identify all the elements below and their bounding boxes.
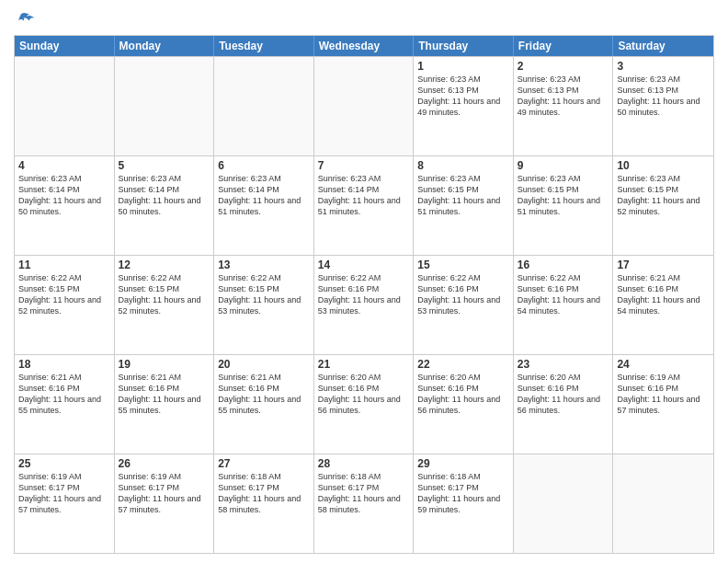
cell-info: Sunrise: 6:23 AMSunset: 6:15 PMDaylight:… bbox=[518, 173, 609, 218]
calendar-cell: 12Sunrise: 6:22 AMSunset: 6:15 PMDayligh… bbox=[115, 256, 215, 354]
day-number: 10 bbox=[617, 159, 710, 172]
calendar: SundayMondayTuesdayWednesdayThursdayFrid… bbox=[14, 35, 714, 554]
day-number: 9 bbox=[518, 159, 609, 172]
calendar-cell: 16Sunrise: 6:22 AMSunset: 6:16 PMDayligh… bbox=[514, 256, 614, 354]
calendar-cell: 26Sunrise: 6:19 AMSunset: 6:17 PMDayligh… bbox=[115, 454, 215, 553]
page: SundayMondayTuesdayWednesdayThursdayFrid… bbox=[0, 0, 728, 563]
logo bbox=[14, 13, 36, 29]
calendar-cell: 6Sunrise: 6:23 AMSunset: 6:14 PMDaylight… bbox=[214, 156, 314, 255]
calendar-cell: 29Sunrise: 6:18 AMSunset: 6:17 PMDayligh… bbox=[414, 454, 514, 553]
calendar-cell: 2Sunrise: 6:23 AMSunset: 6:13 PMDaylight… bbox=[514, 57, 614, 155]
day-number: 18 bbox=[18, 358, 110, 371]
cell-info: Sunrise: 6:21 AMSunset: 6:16 PMDaylight:… bbox=[119, 372, 210, 417]
cell-info: Sunrise: 6:23 AMSunset: 6:14 PMDaylight:… bbox=[318, 173, 410, 218]
calendar-cell: 5Sunrise: 6:23 AMSunset: 6:14 PMDaylight… bbox=[115, 156, 215, 255]
day-header-tuesday: Tuesday bbox=[214, 36, 314, 56]
day-number: 6 bbox=[218, 159, 310, 172]
cell-info: Sunrise: 6:20 AMSunset: 6:16 PMDaylight:… bbox=[318, 372, 410, 417]
day-number: 24 bbox=[617, 358, 710, 371]
cell-info: Sunrise: 6:19 AMSunset: 6:17 PMDaylight:… bbox=[119, 471, 210, 516]
calendar-row: 11Sunrise: 6:22 AMSunset: 6:15 PMDayligh… bbox=[15, 255, 713, 354]
calendar-cell: 9Sunrise: 6:23 AMSunset: 6:15 PMDaylight… bbox=[514, 156, 614, 255]
calendar-cell: 1Sunrise: 6:23 AMSunset: 6:13 PMDaylight… bbox=[414, 57, 514, 155]
cell-info: Sunrise: 6:23 AMSunset: 6:13 PMDaylight:… bbox=[518, 74, 609, 119]
cell-info: Sunrise: 6:22 AMSunset: 6:16 PMDaylight:… bbox=[318, 272, 410, 317]
calendar-cell bbox=[314, 57, 415, 155]
day-number: 27 bbox=[218, 457, 310, 470]
cell-info: Sunrise: 6:21 AMSunset: 6:16 PMDaylight:… bbox=[18, 372, 110, 417]
cell-info: Sunrise: 6:22 AMSunset: 6:15 PMDaylight:… bbox=[18, 272, 110, 317]
day-number: 13 bbox=[218, 259, 310, 271]
calendar-cell bbox=[214, 57, 314, 155]
day-header-wednesday: Wednesday bbox=[314, 36, 415, 56]
day-number: 17 bbox=[617, 259, 710, 271]
calendar-cell: 17Sunrise: 6:21 AMSunset: 6:16 PMDayligh… bbox=[613, 256, 713, 354]
cell-info: Sunrise: 6:18 AMSunset: 6:17 PMDaylight:… bbox=[318, 471, 410, 516]
cell-info: Sunrise: 6:23 AMSunset: 6:15 PMDaylight:… bbox=[617, 173, 710, 218]
day-number: 14 bbox=[318, 259, 410, 271]
calendar-cell: 19Sunrise: 6:21 AMSunset: 6:16 PMDayligh… bbox=[115, 355, 215, 454]
calendar-cell bbox=[514, 454, 614, 553]
calendar-cell: 28Sunrise: 6:18 AMSunset: 6:17 PMDayligh… bbox=[314, 454, 415, 553]
day-number: 23 bbox=[518, 358, 609, 371]
day-header-saturday: Saturday bbox=[613, 36, 713, 56]
calendar-cell bbox=[115, 57, 215, 155]
calendar-cell: 24Sunrise: 6:19 AMSunset: 6:16 PMDayligh… bbox=[613, 355, 713, 454]
cell-info: Sunrise: 6:20 AMSunset: 6:16 PMDaylight:… bbox=[417, 372, 509, 417]
calendar-cell bbox=[613, 454, 713, 553]
cell-info: Sunrise: 6:22 AMSunset: 6:16 PMDaylight:… bbox=[518, 272, 609, 317]
day-number: 7 bbox=[318, 159, 410, 172]
day-number: 25 bbox=[18, 457, 110, 470]
day-number: 8 bbox=[417, 159, 509, 172]
cell-info: Sunrise: 6:23 AMSunset: 6:13 PMDaylight:… bbox=[417, 74, 509, 119]
day-number: 19 bbox=[119, 358, 210, 371]
cell-info: Sunrise: 6:18 AMSunset: 6:17 PMDaylight:… bbox=[218, 471, 310, 516]
day-number: 11 bbox=[18, 259, 110, 271]
calendar-cell: 22Sunrise: 6:20 AMSunset: 6:16 PMDayligh… bbox=[414, 355, 514, 454]
day-number: 28 bbox=[318, 457, 410, 470]
calendar-cell: 27Sunrise: 6:18 AMSunset: 6:17 PMDayligh… bbox=[214, 454, 314, 553]
day-number: 1 bbox=[417, 60, 509, 73]
calendar-cell: 25Sunrise: 6:19 AMSunset: 6:17 PMDayligh… bbox=[15, 454, 115, 553]
calendar-row: 18Sunrise: 6:21 AMSunset: 6:16 PMDayligh… bbox=[15, 354, 713, 454]
calendar-row: 4Sunrise: 6:23 AMSunset: 6:14 PMDaylight… bbox=[15, 155, 713, 255]
calendar-row: 25Sunrise: 6:19 AMSunset: 6:17 PMDayligh… bbox=[15, 454, 713, 553]
day-number: 26 bbox=[119, 457, 210, 470]
calendar-cell: 10Sunrise: 6:23 AMSunset: 6:15 PMDayligh… bbox=[613, 156, 713, 255]
calendar-cell: 8Sunrise: 6:23 AMSunset: 6:15 PMDaylight… bbox=[414, 156, 514, 255]
cell-info: Sunrise: 6:21 AMSunset: 6:16 PMDaylight:… bbox=[218, 372, 310, 417]
cell-info: Sunrise: 6:23 AMSunset: 6:14 PMDaylight:… bbox=[119, 173, 210, 218]
calendar-cell: 4Sunrise: 6:23 AMSunset: 6:14 PMDaylight… bbox=[15, 156, 115, 255]
cell-info: Sunrise: 6:23 AMSunset: 6:13 PMDaylight:… bbox=[617, 74, 710, 119]
day-number: 29 bbox=[417, 457, 509, 470]
calendar-cell: 14Sunrise: 6:22 AMSunset: 6:16 PMDayligh… bbox=[314, 256, 415, 354]
cell-info: Sunrise: 6:20 AMSunset: 6:16 PMDaylight:… bbox=[518, 372, 609, 417]
cell-info: Sunrise: 6:22 AMSunset: 6:16 PMDaylight:… bbox=[417, 272, 509, 317]
day-number: 5 bbox=[119, 159, 210, 172]
cell-info: Sunrise: 6:23 AMSunset: 6:14 PMDaylight:… bbox=[18, 173, 110, 218]
cell-info: Sunrise: 6:23 AMSunset: 6:14 PMDaylight:… bbox=[218, 173, 310, 218]
calendar-body: 1Sunrise: 6:23 AMSunset: 6:13 PMDaylight… bbox=[15, 56, 713, 553]
cell-info: Sunrise: 6:23 AMSunset: 6:15 PMDaylight:… bbox=[417, 173, 509, 218]
cell-info: Sunrise: 6:19 AMSunset: 6:16 PMDaylight:… bbox=[617, 372, 710, 417]
day-number: 21 bbox=[318, 358, 410, 371]
cell-info: Sunrise: 6:21 AMSunset: 6:16 PMDaylight:… bbox=[617, 272, 710, 317]
calendar-cell: 18Sunrise: 6:21 AMSunset: 6:16 PMDayligh… bbox=[15, 355, 115, 454]
day-header-monday: Monday bbox=[115, 36, 215, 56]
calendar-header: SundayMondayTuesdayWednesdayThursdayFrid… bbox=[15, 36, 713, 56]
cell-info: Sunrise: 6:22 AMSunset: 6:15 PMDaylight:… bbox=[119, 272, 210, 317]
cell-info: Sunrise: 6:22 AMSunset: 6:15 PMDaylight:… bbox=[218, 272, 310, 317]
calendar-cell: 13Sunrise: 6:22 AMSunset: 6:15 PMDayligh… bbox=[214, 256, 314, 354]
calendar-row: 1Sunrise: 6:23 AMSunset: 6:13 PMDaylight… bbox=[15, 56, 713, 155]
header bbox=[14, 9, 714, 29]
calendar-cell: 23Sunrise: 6:20 AMSunset: 6:16 PMDayligh… bbox=[514, 355, 614, 454]
calendar-cell: 20Sunrise: 6:21 AMSunset: 6:16 PMDayligh… bbox=[214, 355, 314, 454]
day-header-sunday: Sunday bbox=[15, 36, 115, 56]
day-number: 12 bbox=[119, 259, 210, 271]
day-number: 20 bbox=[218, 358, 310, 371]
calendar-cell: 21Sunrise: 6:20 AMSunset: 6:16 PMDayligh… bbox=[314, 355, 415, 454]
cell-info: Sunrise: 6:19 AMSunset: 6:17 PMDaylight:… bbox=[18, 471, 110, 516]
day-number: 4 bbox=[18, 159, 110, 172]
day-number: 3 bbox=[617, 60, 710, 73]
calendar-cell bbox=[15, 57, 115, 155]
